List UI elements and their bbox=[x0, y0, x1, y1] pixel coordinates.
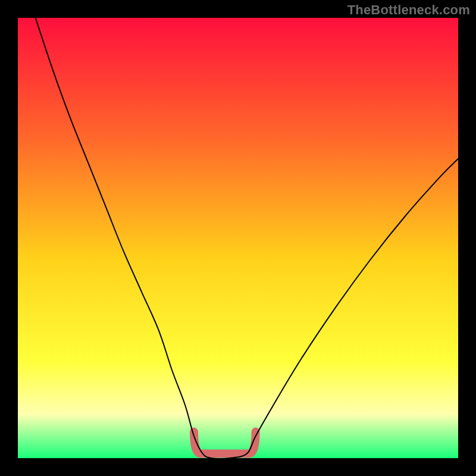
watermark-text: TheBottleneck.com bbox=[347, 2, 470, 18]
plot-area bbox=[18, 18, 458, 458]
heatmap-background bbox=[18, 18, 458, 458]
chart-frame: TheBottleneck.com bbox=[0, 0, 476, 476]
bottleneck-chart bbox=[18, 18, 458, 458]
